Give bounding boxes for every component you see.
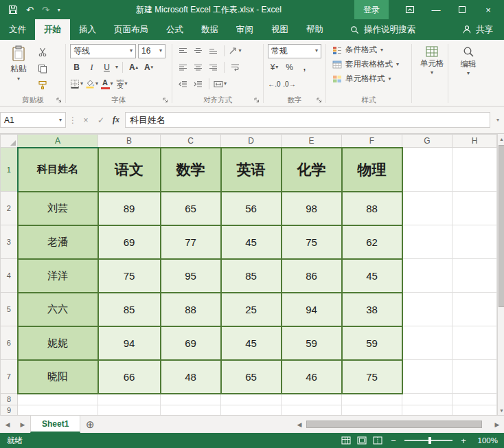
copy-button[interactable] <box>35 62 50 76</box>
row-header-6[interactable]: 6 <box>1 326 18 360</box>
zoom-slider[interactable] <box>404 440 453 441</box>
cell-C5[interactable]: 88 <box>161 293 221 326</box>
cell-A3[interactable]: 老潘 <box>18 225 98 259</box>
column-header-G[interactable]: G <box>402 135 453 148</box>
cell-G4[interactable] <box>402 259 453 293</box>
horizontal-scroll-thumb[interactable] <box>306 421 482 428</box>
column-header-A[interactable]: A <box>18 135 98 148</box>
row-header-7[interactable]: 7 <box>1 360 18 394</box>
share-button[interactable]: 共享 <box>462 19 504 40</box>
decrease-font-size-button[interactable]: A▾ <box>142 60 155 74</box>
formula-input[interactable]: 科目姓名 <box>125 112 490 128</box>
cell-B1[interactable]: 语文 <box>98 148 161 192</box>
cell-C8[interactable] <box>161 394 221 405</box>
tab-formulas[interactable]: 公式 <box>157 19 192 40</box>
font-size-select[interactable]: 16 ▾ <box>138 44 165 58</box>
cell-B8[interactable] <box>98 394 161 405</box>
close-button[interactable]: × <box>479 1 497 18</box>
increase-indent-button[interactable] <box>192 77 205 91</box>
select-all-corner[interactable] <box>1 135 18 148</box>
tab-review[interactable]: 审阅 <box>227 19 262 40</box>
cell-A5[interactable]: 六六 <box>18 293 98 326</box>
number-dialog-launcher[interactable] <box>316 97 323 104</box>
column-header-H[interactable]: H <box>453 135 497 148</box>
cell-C6[interactable]: 69 <box>161 326 221 360</box>
cell-E6[interactable]: 59 <box>282 326 342 360</box>
cell-E1[interactable]: 化学 <box>282 148 342 192</box>
cell-H2[interactable] <box>453 192 497 225</box>
row-header-3[interactable]: 3 <box>1 225 18 259</box>
cell-B7[interactable]: 66 <box>98 360 161 394</box>
row-header-1[interactable]: 1 <box>1 148 18 192</box>
underline-button[interactable]: U <box>100 60 113 74</box>
cell-F6[interactable]: 59 <box>342 326 402 360</box>
zoom-slider-thumb[interactable] <box>428 437 431 444</box>
cell-A7[interactable]: 晓阳 <box>18 360 98 394</box>
font-name-select[interactable]: 等线 ▾ <box>70 44 136 58</box>
cell-E4[interactable]: 86 <box>282 259 342 293</box>
sheet-nav-left-icon[interactable]: ◀ <box>0 416 15 433</box>
cell-F8[interactable] <box>342 394 402 405</box>
cell-H7[interactable] <box>453 360 497 394</box>
cell-D4[interactable]: 85 <box>221 259 282 293</box>
cell-D2[interactable]: 56 <box>221 192 282 225</box>
wrap-text-button[interactable] <box>229 60 242 74</box>
cell-D9[interactable] <box>221 405 282 416</box>
font-dialog-launcher[interactable] <box>162 97 169 104</box>
cell-D8[interactable] <box>221 394 282 405</box>
cell-C4[interactable]: 95 <box>161 259 221 293</box>
bold-button[interactable]: B <box>70 60 83 74</box>
cell-A1[interactable]: 科目姓名 <box>18 148 98 192</box>
cell-A4[interactable]: 洋洋 <box>18 259 98 293</box>
hscroll-left-icon[interactable]: ◀ <box>294 421 305 428</box>
cell-C9[interactable] <box>161 405 221 416</box>
cell-D6[interactable]: 45 <box>221 326 282 360</box>
cell-C7[interactable]: 48 <box>161 360 221 394</box>
paste-button[interactable]: 粘贴 ▾ <box>5 43 32 92</box>
cell-C2[interactable]: 65 <box>161 192 221 225</box>
editing-button[interactable]: 编辑 ▾ <box>453 43 484 76</box>
save-button[interactable] <box>8 5 18 14</box>
increase-font-size-button[interactable]: A▴ <box>127 60 140 74</box>
cell-E5[interactable]: 94 <box>282 293 342 326</box>
ribbon-display-options-button[interactable] <box>401 1 419 18</box>
italic-button[interactable]: I <box>85 60 98 74</box>
cell-H8[interactable] <box>453 394 497 405</box>
normal-view-button[interactable] <box>341 436 351 445</box>
cell-B4[interactable]: 75 <box>98 259 161 293</box>
row-header-5[interactable]: 5 <box>1 293 18 326</box>
align-center-button[interactable] <box>192 60 205 74</box>
vertical-scroll-track[interactable] <box>498 144 504 405</box>
cell-G2[interactable] <box>402 192 453 225</box>
fill-color-button[interactable]: ▾ <box>85 77 98 91</box>
column-header-C[interactable]: C <box>161 135 221 148</box>
cell-G6[interactable] <box>402 326 453 360</box>
cell-G8[interactable] <box>402 394 453 405</box>
merge-center-button[interactable]: ▾ <box>214 77 227 91</box>
vertical-scroll-thumb[interactable] <box>499 145 504 307</box>
cell-C1[interactable]: 数学 <box>161 148 221 192</box>
cell-D7[interactable]: 65 <box>221 360 282 394</box>
sign-in-button[interactable]: 登录 <box>354 0 389 19</box>
scroll-down-icon[interactable]: ▼ <box>498 405 504 415</box>
row-header-9[interactable]: 9 <box>1 405 18 416</box>
cell-E7[interactable]: 46 <box>282 360 342 394</box>
row-header-8[interactable]: 8 <box>1 394 18 405</box>
cell-B6[interactable]: 94 <box>98 326 161 360</box>
cell-H9[interactable] <box>453 405 497 416</box>
row-header-4[interactable]: 4 <box>1 259 18 293</box>
undo-button[interactable]: ↶ <box>26 5 34 15</box>
maximize-button[interactable] <box>453 1 471 18</box>
cell-H1[interactable] <box>453 148 497 192</box>
sheet-tab-sheet1[interactable]: Sheet1 <box>30 416 80 433</box>
tell-me-search[interactable]: 操作说明搜索 <box>350 19 415 40</box>
cell-G5[interactable] <box>402 293 453 326</box>
page-layout-view-button[interactable] <box>357 436 367 445</box>
align-middle-button[interactable] <box>192 44 205 58</box>
horizontal-scrollbar[interactable]: ◀ ▶ <box>294 416 504 433</box>
cell-F5[interactable]: 38 <box>342 293 402 326</box>
formula-bar-expand-icon[interactable]: ▾ <box>493 117 503 123</box>
column-header-D[interactable]: D <box>221 135 282 148</box>
cell-G9[interactable] <box>402 405 453 416</box>
formula-bar-drag-handle[interactable]: ⋮ <box>69 115 77 125</box>
